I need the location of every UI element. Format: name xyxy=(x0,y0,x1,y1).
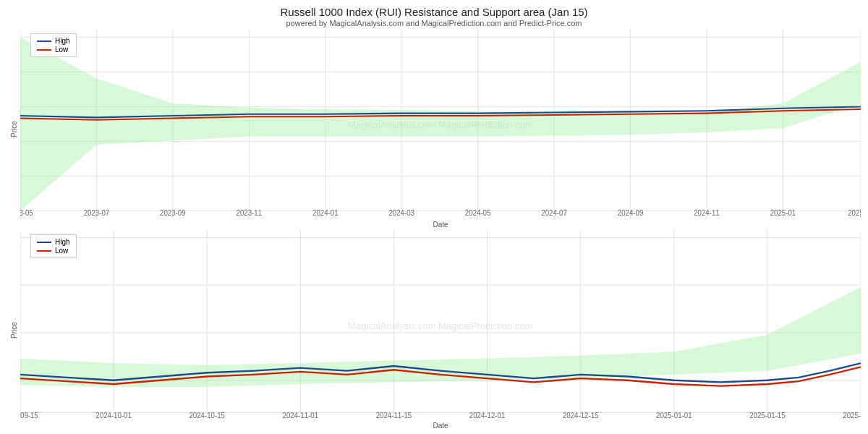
svg-text:2024-01: 2024-01 xyxy=(312,209,339,217)
svg-text:2023-11: 2023-11 xyxy=(237,209,263,217)
svg-text:2024-05: 2024-05 xyxy=(465,209,491,217)
chart1-low-line-icon xyxy=(37,49,51,51)
charts-container: Price High Low MagicalAnalysis.com xyxy=(7,29,861,431)
svg-text:2023-09: 2023-09 xyxy=(160,209,186,217)
page-container: Russell 1000 Index (RUI) Resistance and … xyxy=(0,0,868,434)
chart1-legend-high: High xyxy=(37,37,70,45)
chart1-svg-container: High Low MagicalAnalysis.com MagicalPred… xyxy=(20,29,861,219)
subtitle: powered by MagicalAnalysis.com and Magic… xyxy=(7,19,861,27)
chart1-svg: 5000 2500 0 -2500 -5000 2023-05 2023-07 … xyxy=(20,29,861,219)
chart2-y-axis-label: Price xyxy=(7,230,20,431)
svg-text:2023-07: 2023-07 xyxy=(84,209,110,217)
main-title: Russell 1000 Index (RUI) Resistance and … xyxy=(7,6,861,18)
chart1-high-line-icon xyxy=(37,41,51,42)
chart2-wrapper: Price High Low MagicalAnalysis.com xyxy=(7,230,861,431)
title-section: Russell 1000 Index (RUI) Resistance and … xyxy=(7,6,861,27)
svg-text:2025-01-15: 2025-01-15 xyxy=(749,410,785,420)
svg-text:2024-10-01: 2024-10-01 xyxy=(95,410,131,420)
chart2-low-label: Low xyxy=(55,247,68,255)
svg-marker-55 xyxy=(20,287,861,387)
chart1-low-label: Low xyxy=(55,46,68,54)
chart1-inner: High Low MagicalAnalysis.com MagicalPred… xyxy=(20,29,861,230)
chart2-high-label: High xyxy=(55,238,70,246)
svg-text:2025-01: 2025-01 xyxy=(770,209,796,217)
svg-text:2024-03: 2024-03 xyxy=(388,209,414,217)
chart1-y-axis-label: Price xyxy=(7,29,20,230)
chart1-high-label: High xyxy=(55,37,70,45)
svg-text:2023-05: 2023-05 xyxy=(20,209,33,217)
chart2-high-line-icon xyxy=(37,242,51,243)
chart2-x-axis-label: Date xyxy=(20,420,861,431)
chart2-legend-high: High xyxy=(37,238,70,246)
svg-text:2024-07: 2024-07 xyxy=(541,209,567,217)
svg-marker-23 xyxy=(20,37,861,210)
chart1-wrapper: Price High Low MagicalAnalysis.com xyxy=(7,29,861,230)
svg-text:2024-11-01: 2024-11-01 xyxy=(283,410,318,420)
chart2-svg-container: High Low MagicalAnalysis.com MagicalPred… xyxy=(20,230,861,420)
chart2-low-line-icon xyxy=(37,250,51,252)
svg-text:2024-12-01: 2024-12-01 xyxy=(469,410,505,420)
chart1-legend: High Low xyxy=(30,33,77,57)
chart1-x-axis-label: Date xyxy=(20,219,861,230)
svg-text:2024-11-15: 2024-11-15 xyxy=(376,410,412,420)
chart2-legend: High Low xyxy=(30,234,77,258)
svg-text:2024-11: 2024-11 xyxy=(694,209,720,217)
chart2-svg: 6000 5000 4000 3000 2024-09-15 2024-10-0… xyxy=(20,230,861,420)
chart2-inner: High Low MagicalAnalysis.com MagicalPred… xyxy=(20,230,861,431)
svg-text:2024-10-15: 2024-10-15 xyxy=(189,410,224,420)
svg-text:2025-03: 2025-03 xyxy=(848,209,861,217)
svg-text:2024-12-15: 2024-12-15 xyxy=(563,410,598,420)
svg-text:2024-09: 2024-09 xyxy=(618,209,644,217)
chart1-legend-low: Low xyxy=(37,46,70,54)
svg-text:2025-02-01: 2025-02-01 xyxy=(843,410,861,420)
chart2-legend-low: Low xyxy=(37,247,70,255)
svg-text:2024-09-15: 2024-09-15 xyxy=(20,410,38,420)
svg-text:2025-01-01: 2025-01-01 xyxy=(656,410,692,420)
